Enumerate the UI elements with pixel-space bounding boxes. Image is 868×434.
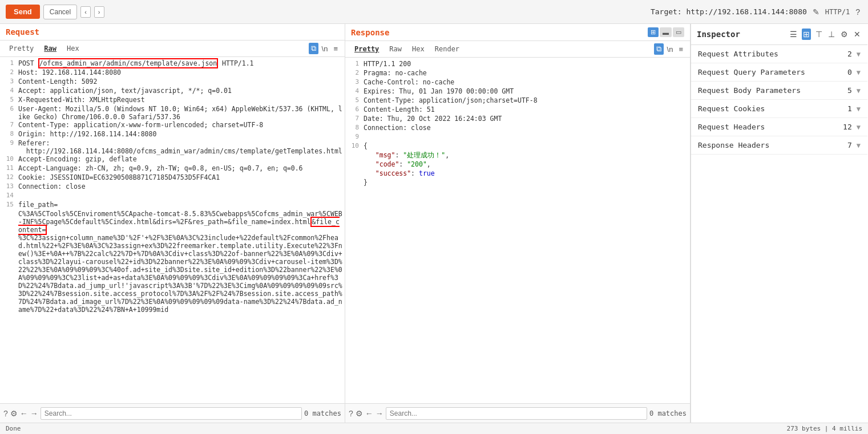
response-search-forward-icon[interactable]: → bbox=[376, 409, 383, 418]
inspector-align-icon[interactable]: ⊤ bbox=[814, 29, 823, 40]
response-line-9: 9 bbox=[345, 133, 690, 142]
response-search-input[interactable] bbox=[386, 407, 647, 420]
response-tab-render[interactable]: Render bbox=[430, 43, 464, 55]
request-search-back-icon[interactable]: ← bbox=[20, 409, 28, 418]
chevron-down-icon: ▼ bbox=[857, 123, 861, 131]
request-line-4: 4 Accept: application/json, text/javascr… bbox=[0, 87, 345, 96]
response-header: Response ⊞ ▬ ▭ bbox=[345, 24, 690, 41]
back-button[interactable]: ‹ bbox=[80, 6, 91, 18]
send-button[interactable]: Send bbox=[6, 5, 40, 19]
request-title: Request bbox=[6, 27, 39, 36]
request-line-16: C%3A%5CTools%5CEnviroment%5CApache-tomca… bbox=[0, 210, 345, 234]
chevron-down-icon: ▼ bbox=[857, 87, 861, 95]
request-search-bar: ? ⚙ ← → 0 matches bbox=[0, 403, 345, 423]
response-search-back-icon[interactable]: ← bbox=[365, 409, 373, 418]
inspector-request-headers[interactable]: Request Headers 12 ▼ bbox=[691, 118, 867, 136]
inspector-request-body[interactable]: Request Body Parameters 5 ▼ bbox=[691, 82, 867, 100]
request-tabs: Pretty Raw Hex ⧉ \n ≡ bbox=[0, 40, 345, 57]
forward-button[interactable]: › bbox=[94, 6, 104, 18]
request-line-8: 8 Origin: http://192.168.114.144:8080 bbox=[0, 130, 345, 139]
inspector-request-query[interactable]: Request Query Parameters 0 ▼ bbox=[691, 63, 867, 82]
response-view-toggles: ⊞ ▬ ▭ bbox=[648, 27, 684, 37]
response-view-single-icon[interactable]: ▬ bbox=[660, 27, 672, 37]
response-tab-hex[interactable]: Hex bbox=[407, 43, 429, 55]
response-newline-icon[interactable]: \n bbox=[665, 44, 676, 55]
response-title: Response bbox=[351, 28, 389, 37]
chevron-down-icon: ▼ bbox=[857, 141, 861, 149]
request-line-9: 9 Referer: http://192.168.114.144:8080/o… bbox=[0, 139, 345, 155]
request-code: 1 POST /ofcms_admin_war/admin/cms/templa… bbox=[0, 57, 345, 403]
request-search-settings-icon[interactable]: ⚙ bbox=[10, 409, 18, 418]
inspector-close-icon[interactable]: ✕ bbox=[853, 29, 862, 40]
request-search-forward-icon[interactable]: → bbox=[30, 409, 38, 418]
inspector-settings-icon[interactable]: ⚙ bbox=[839, 29, 849, 40]
main-content: Request Pretty Raw Hex ⧉ \n ≡ 1 POST /of… bbox=[0, 24, 868, 423]
inspector-list-icon[interactable]: ☰ bbox=[789, 29, 798, 40]
response-line-1: 1 HTTP/1.1 200 bbox=[345, 60, 690, 69]
inspector-header: Inspector ☰ ⊞ ⊤ ⊥ ⚙ ✕ bbox=[691, 24, 867, 45]
response-view-split-icon[interactable]: ⊞ bbox=[648, 27, 659, 37]
toolbar: Send Cancel ‹ › Target: http://192.168.1… bbox=[0, 0, 868, 24]
response-line-4: 4 Expires: Thu, 01 Jan 1970 00:00:00 GMT bbox=[345, 87, 690, 96]
response-copy-icon[interactable]: ⧉ bbox=[654, 43, 664, 55]
request-search-help-icon[interactable]: ? bbox=[3, 409, 8, 418]
request-line-10: 10 Accept-Encoding: gzip, deflate bbox=[0, 155, 345, 164]
response-line-14: } bbox=[345, 179, 690, 188]
response-line-8: 8 Connection: close bbox=[345, 124, 690, 133]
request-line-12: 12 Cookie: JSESSIONID=EC63290508B871C718… bbox=[0, 173, 345, 182]
status-right: 273 bytes | 4 millis bbox=[787, 425, 862, 432]
request-matches: 0 matches bbox=[304, 409, 341, 417]
response-wrap-icon[interactable]: ≡ bbox=[676, 44, 685, 55]
inspector-response-headers[interactable]: Response Headers 7 ▼ bbox=[691, 136, 867, 155]
chevron-down-icon: ▼ bbox=[857, 105, 861, 113]
request-wrap-icon[interactable]: ≡ bbox=[331, 43, 340, 54]
response-code: 1 HTTP/1.1 200 2 Pragma: no-cache 3 Cach… bbox=[345, 58, 690, 403]
request-panel: Request Pretty Raw Hex ⧉ \n ≡ 1 POST /of… bbox=[0, 24, 345, 423]
response-matches: 0 matches bbox=[649, 409, 687, 417]
chevron-down-icon: ▼ bbox=[857, 68, 861, 76]
request-line-13: 13 Connection: close bbox=[0, 182, 345, 192]
request-line-1: 1 POST /ofcms_admin_war/admin/cms/templa… bbox=[0, 59, 345, 68]
request-tab-raw[interactable]: Raw bbox=[39, 43, 61, 54]
response-tab-raw[interactable]: Raw bbox=[385, 43, 406, 55]
response-tab-pretty[interactable]: Pretty bbox=[350, 43, 383, 55]
request-line-11: 11 Accept-Language: zh-CN, zh; q=0.9, zh… bbox=[0, 164, 345, 173]
request-line-2: 2 Host: 192.168.114.144:8080 bbox=[0, 68, 345, 78]
response-line-10: 10 { bbox=[345, 142, 690, 151]
response-search-help-icon[interactable]: ? bbox=[349, 409, 353, 418]
request-search-input[interactable] bbox=[41, 407, 302, 420]
request-copy-icon[interactable]: ⧉ bbox=[309, 43, 318, 54]
response-panel: Response ⊞ ▬ ▭ Pretty Raw Hex Render ⧉ \… bbox=[345, 24, 691, 423]
inspector-title: Inspector bbox=[697, 30, 785, 39]
response-line-7: 7 Date: Thu, 20 Oct 2022 16:24:03 GMT bbox=[345, 115, 690, 124]
inspector-detail-icon[interactable]: ⊞ bbox=[802, 29, 811, 40]
request-line-5: 5 X-Requested-With: XMLHttpRequest bbox=[0, 96, 345, 105]
request-newline-icon[interactable]: \n bbox=[320, 43, 330, 54]
request-header: Request bbox=[0, 24, 345, 40]
status-left: Done bbox=[6, 425, 21, 432]
response-search-bar: ? ⚙ ← → 0 matches bbox=[345, 403, 690, 423]
chevron-down-icon: ▼ bbox=[857, 50, 861, 58]
response-line-3: 3 Cache-Control: no-cache bbox=[345, 78, 690, 87]
inspector-split-icon[interactable]: ⊥ bbox=[827, 29, 836, 40]
inspector-request-cookies[interactable]: Request Cookies 1 ▼ bbox=[691, 100, 867, 118]
request-tab-pretty[interactable]: Pretty bbox=[5, 43, 38, 54]
response-search-settings-icon[interactable]: ⚙ bbox=[356, 409, 363, 418]
http-version: HTTP/1 bbox=[825, 8, 850, 16]
request-line-17: %3C%23assign+column_name%3D'%2F'+%2F%3E%… bbox=[0, 234, 345, 314]
response-view-full-icon[interactable]: ▭ bbox=[673, 27, 684, 37]
response-tabs: Pretty Raw Hex Render ⧉ \n ≡ bbox=[345, 41, 690, 58]
response-line-5: 5 Content-Type: application/json;charset… bbox=[345, 96, 690, 106]
response-line-6: 6 Content-Length: 51 bbox=[345, 106, 690, 115]
response-line-12: "code": "200", bbox=[345, 160, 690, 169]
response-line-2: 2 Pragma: no-cache bbox=[345, 69, 690, 78]
cancel-button[interactable]: Cancel bbox=[43, 5, 77, 19]
request-line-6: 6 User-Agent: Mozilla/5.0 (Windows NT 10… bbox=[0, 105, 345, 121]
inspector-request-attributes[interactable]: Request Attributes 2 ▼ bbox=[691, 45, 867, 63]
request-line-3: 3 Content-Length: 5092 bbox=[0, 78, 345, 87]
inspector-panel: Inspector ☰ ⊞ ⊤ ⊥ ⚙ ✕ Request Attributes… bbox=[691, 24, 867, 423]
target-url: Target: http://192.168.114.144:8080 bbox=[651, 7, 807, 16]
help-button[interactable]: ? bbox=[853, 6, 862, 18]
request-tab-hex[interactable]: Hex bbox=[62, 43, 84, 54]
edit-target-button[interactable]: ✎ bbox=[810, 6, 822, 18]
